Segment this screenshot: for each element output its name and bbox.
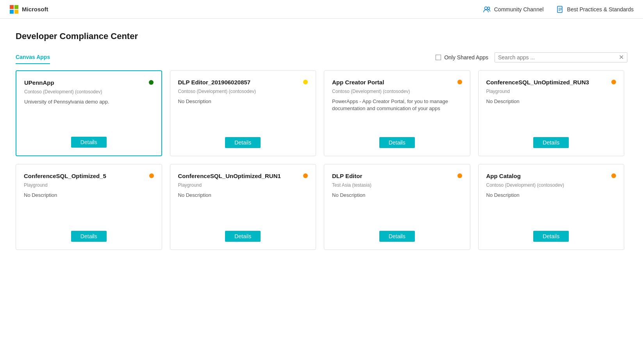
details-button[interactable]: Details — [379, 137, 415, 148]
tab-bar: Canvas Apps — [16, 51, 436, 64]
document-icon — [556, 5, 564, 13]
app-desc: No Description — [486, 192, 616, 225]
only-shared-apps-text: Only Shared Apps — [444, 54, 488, 61]
tab-canvas-apps[interactable]: Canvas Apps — [16, 51, 50, 64]
app-env: Playground — [178, 182, 308, 188]
app-desc: No Description — [178, 98, 308, 131]
app-card-header: ConferenceSQL_UnOptimized_RUN3 — [486, 79, 616, 86]
community-channel-link[interactable]: Community Channel — [483, 5, 544, 13]
app-card[interactable]: ConferenceSQL_UnOptimized_RUN1 Playgroun… — [170, 164, 316, 250]
details-button[interactable]: Details — [533, 231, 569, 242]
app-card-header: ConferenceSQL_UnOptimized_RUN1 — [178, 172, 308, 180]
app-env: Playground — [486, 89, 616, 94]
app-card-header: App Creator Portal — [332, 79, 462, 86]
search-input[interactable] — [498, 54, 619, 61]
app-card-header: App Catalog — [486, 172, 616, 180]
app-desc: University of Pennsylvania demo app. — [24, 98, 154, 131]
svg-point-4 — [484, 7, 487, 9]
details-button[interactable]: Details — [225, 137, 261, 148]
status-dot — [149, 80, 154, 85]
app-name: DLP Editor — [332, 172, 454, 180]
header-nav: Community Channel Best Practices & Stand… — [483, 5, 634, 13]
app-name: App Creator Portal — [332, 79, 454, 86]
only-shared-apps-label[interactable]: Only Shared Apps — [436, 54, 488, 61]
details-button[interactable]: Details — [71, 231, 107, 242]
card-footer: Details — [332, 231, 462, 242]
app-env: Playground — [24, 182, 154, 188]
app-card-header: UPennApp — [24, 79, 154, 87]
card-footer: Details — [332, 137, 462, 148]
app-desc: PowerApps - App Creator Portal, for you … — [332, 98, 462, 131]
card-footer: Details — [178, 137, 308, 148]
app-card[interactable]: ConferenceSQL_UnOptimized_RUN3 Playgroun… — [478, 70, 625, 156]
app-env: Contoso (Development) (contosodev) — [332, 89, 462, 94]
svg-point-5 — [487, 7, 489, 9]
status-dot — [611, 173, 616, 178]
app-name: ConferenceSQL_UnOptimized_RUN1 — [178, 172, 300, 180]
logo-text: Microsoft — [22, 6, 48, 12]
details-button[interactable]: Details — [533, 137, 569, 148]
people-icon — [483, 5, 491, 13]
search-box: ✕ — [495, 52, 627, 62]
svg-rect-0 — [10, 5, 14, 9]
svg-rect-1 — [14, 5, 18, 9]
toolbar: Canvas Apps Only Shared Apps ✕ — [16, 51, 627, 64]
community-channel-label: Community Channel — [494, 6, 544, 12]
card-footer: Details — [24, 231, 154, 242]
app-card-header: DLP Editor — [332, 172, 462, 180]
app-name: ConferenceSQL_Optimized_5 — [24, 172, 146, 180]
app-name: UPennApp — [24, 79, 146, 87]
app-desc: No Description — [24, 192, 154, 225]
microsoft-logo: Microsoft — [9, 5, 48, 14]
app-card[interactable]: DLP Editor Test Asia (testasia) No Descr… — [324, 164, 470, 250]
svg-rect-3 — [14, 10, 18, 14]
details-button[interactable]: Details — [225, 231, 261, 242]
status-dot — [149, 173, 154, 178]
app-card[interactable]: UPennApp Contoso (Development) (contosod… — [16, 70, 162, 156]
app-desc: No Description — [332, 192, 462, 225]
status-dot — [457, 80, 462, 84]
app-name: App Catalog — [486, 172, 609, 180]
app-grid: UPennApp Contoso (Development) (contosod… — [16, 70, 627, 250]
card-footer: Details — [24, 137, 154, 148]
app-desc: No Description — [178, 192, 308, 225]
app-name: DLP Editor_201906020857 — [178, 79, 300, 86]
app-env: Contoso (Development) (contosodev) — [486, 182, 616, 188]
app-env: Contoso (Development) (contosodev) — [178, 89, 308, 94]
app-card-header: ConferenceSQL_Optimized_5 — [24, 172, 154, 180]
status-dot — [303, 80, 308, 84]
svg-rect-2 — [10, 10, 14, 14]
status-dot — [611, 80, 616, 84]
search-clear-icon[interactable]: ✕ — [619, 54, 624, 61]
card-footer: Details — [486, 231, 616, 242]
ms-logo-icon — [9, 5, 19, 14]
app-env: Test Asia (testasia) — [332, 182, 462, 188]
card-footer: Details — [486, 137, 616, 148]
main-content: Developer Compliance Center Canvas Apps … — [0, 19, 643, 250]
card-footer: Details — [178, 231, 308, 242]
app-desc: No Description — [486, 98, 616, 131]
status-dot — [303, 173, 308, 178]
best-practices-label: Best Practices & Standards — [567, 6, 634, 12]
app-card-header: DLP Editor_201906020857 — [178, 79, 308, 86]
details-button[interactable]: Details — [71, 137, 107, 148]
app-env: Contoso (Development) (contosodev) — [24, 89, 154, 95]
app-card[interactable]: DLP Editor_201906020857 Contoso (Develop… — [170, 70, 316, 156]
app-name: ConferenceSQL_UnOptimized_RUN3 — [486, 79, 609, 86]
app-card[interactable]: App Creator Portal Contoso (Development)… — [324, 70, 470, 156]
page-title: Developer Compliance Center — [16, 31, 627, 41]
app-card[interactable]: App Catalog Contoso (Development) (conto… — [478, 164, 625, 250]
toolbar-right: Only Shared Apps ✕ — [436, 52, 627, 62]
app-card[interactable]: ConferenceSQL_Optimized_5 Playground No … — [16, 164, 162, 250]
status-dot — [457, 173, 462, 178]
header: Microsoft Community Channel Best Practic… — [0, 0, 643, 19]
only-shared-apps-checkbox[interactable] — [436, 55, 441, 60]
details-button[interactable]: Details — [379, 231, 415, 242]
best-practices-link[interactable]: Best Practices & Standards — [556, 5, 634, 13]
